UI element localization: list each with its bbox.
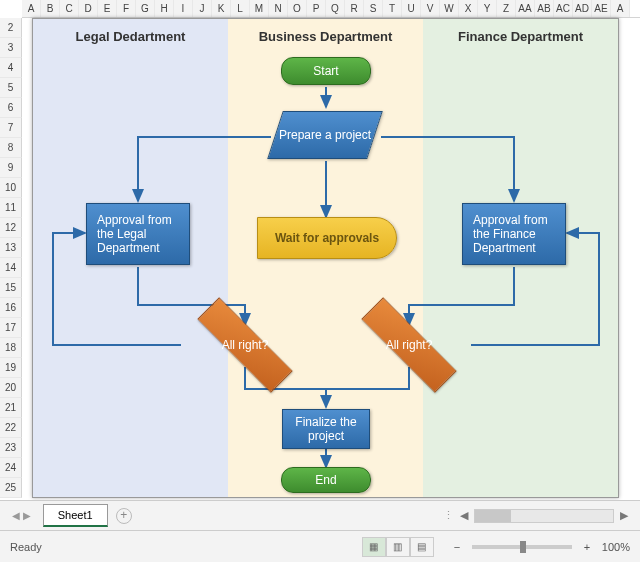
row-header[interactable]: 20 [0,378,22,398]
row-header[interactable]: 7 [0,118,22,138]
zoom-slider[interactable] [472,545,572,549]
scroll-left-button[interactable]: ◀ [460,509,468,522]
status-ready: Ready [10,541,362,553]
column-header[interactable]: D [79,0,98,17]
end-terminator[interactable]: End [281,467,371,493]
row-header[interactable]: 14 [0,258,22,278]
column-header[interactable]: Z [497,0,516,17]
row-header[interactable]: 18 [0,338,22,358]
sheet-tab-bar: ◀ ▶ Sheet1 + ⋮ ◀ ▶ [0,500,640,530]
row-header[interactable]: 13 [0,238,22,258]
row-header[interactable]: 17 [0,318,22,338]
view-page-break-button[interactable]: ▤ [410,537,434,557]
add-sheet-button[interactable]: + [116,508,132,524]
column-header[interactable]: W [440,0,459,17]
column-header[interactable]: A [611,0,630,17]
column-header[interactable]: Q [326,0,345,17]
status-bar: Ready ▦ ▥ ▤ − + 100% [0,530,640,562]
column-header[interactable]: AB [535,0,554,17]
row-header[interactable]: 12 [0,218,22,238]
column-header[interactable]: J [193,0,212,17]
column-header[interactable]: P [307,0,326,17]
lane-legal-title: Legal Dedartment [33,19,228,54]
column-header[interactable]: R [345,0,364,17]
row-header[interactable]: 22 [0,418,22,438]
column-header[interactable]: F [117,0,136,17]
row-header[interactable]: 3 [0,38,22,58]
column-header[interactable]: L [231,0,250,17]
decision-left[interactable]: All right? [193,317,297,373]
horizontal-scrollbar[interactable] [474,509,614,523]
spreadsheet-grid[interactable]: ABCDEFGHIJKLMNOPQRSTUVWXYZAAABACADAEA 23… [0,0,640,500]
row-headers: 2345678910111213141516171819202122232425 [0,18,22,498]
column-header[interactable]: C [60,0,79,17]
column-header[interactable]: B [41,0,60,17]
column-header[interactable]: M [250,0,269,17]
row-header[interactable]: 21 [0,398,22,418]
prepare-data-shape[interactable]: Prepare a project [267,111,383,159]
row-header[interactable]: 15 [0,278,22,298]
row-header[interactable]: 11 [0,198,22,218]
approval-legal-process[interactable]: Approval from the Legal Department [86,203,190,265]
column-header[interactable]: O [288,0,307,17]
column-header[interactable]: AA [516,0,535,17]
lane-business-title: Business Department [228,19,423,54]
column-header[interactable]: E [98,0,117,17]
wait-delay-shape[interactable]: Wait for approvals [257,217,397,259]
zoom-out-button[interactable]: − [450,541,464,553]
prepare-label: Prepare a project [279,128,371,142]
row-header[interactable]: 10 [0,178,22,198]
column-header[interactable]: AE [592,0,611,17]
approval-finance-process[interactable]: Approval from the Finance Department [462,203,566,265]
swimlane-container: Legal Dedartment Business Department Fin… [32,18,619,498]
view-normal-button[interactable]: ▦ [362,537,386,557]
column-header[interactable]: T [383,0,402,17]
decision-right-label: All right? [357,317,461,373]
row-header[interactable]: 8 [0,138,22,158]
view-page-layout-button[interactable]: ▥ [386,537,410,557]
column-header[interactable]: H [155,0,174,17]
column-header[interactable]: X [459,0,478,17]
sheet-tab[interactable]: Sheet1 [43,504,108,527]
zoom-in-button[interactable]: + [580,541,594,553]
decision-right[interactable]: All right? [357,317,461,373]
column-header[interactable]: G [136,0,155,17]
decision-left-label: All right? [193,317,297,373]
column-header[interactable]: N [269,0,288,17]
row-header[interactable]: 4 [0,58,22,78]
tab-nav-arrows[interactable]: ◀ ▶ [0,510,43,521]
column-header[interactable]: U [402,0,421,17]
scroll-right-button[interactable]: ▶ [620,509,628,522]
column-headers: ABCDEFGHIJKLMNOPQRSTUVWXYZAAABACADAEA [22,0,640,18]
column-header[interactable]: K [212,0,231,17]
row-header[interactable]: 6 [0,98,22,118]
row-header[interactable]: 19 [0,358,22,378]
column-header[interactable]: AC [554,0,573,17]
column-header[interactable]: AD [573,0,592,17]
row-header[interactable]: 2 [0,18,22,38]
row-header[interactable]: 25 [0,478,22,498]
scroll-separator: ⋮ [443,509,454,522]
row-header[interactable]: 9 [0,158,22,178]
row-header[interactable]: 24 [0,458,22,478]
cells-area[interactable]: Legal Dedartment Business Department Fin… [22,18,640,500]
column-header[interactable]: A [22,0,41,17]
column-header[interactable]: Y [478,0,497,17]
finalize-process[interactable]: Finalize the project [282,409,370,449]
row-header[interactable]: 5 [0,78,22,98]
start-terminator[interactable]: Start [281,57,371,85]
row-header[interactable]: 16 [0,298,22,318]
column-header[interactable]: S [364,0,383,17]
column-header[interactable]: V [421,0,440,17]
column-header[interactable]: I [174,0,193,17]
row-header[interactable]: 23 [0,438,22,458]
lane-finance-title: Finance Department [423,19,618,54]
zoom-level[interactable]: 100% [602,541,630,553]
